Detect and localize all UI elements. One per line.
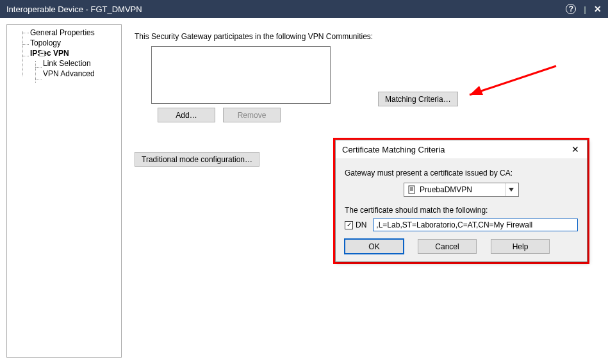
svg-marker-6 xyxy=(509,188,514,192)
help-icon[interactable]: ? xyxy=(566,4,576,14)
dn-checkbox[interactable]: ✓ DN xyxy=(345,220,366,229)
dialog-title: Certificate Matching Criteria xyxy=(342,145,445,154)
tree-item-label: Link Selection xyxy=(43,59,91,68)
tree-item-ipsec-vpn[interactable]: − IPSec VPN xyxy=(29,48,120,58)
remove-button: Remove xyxy=(223,108,281,122)
ca-select-value: PruebaDMVPN xyxy=(420,185,502,194)
cancel-button[interactable]: Cancel xyxy=(418,239,477,254)
document-icon xyxy=(408,185,416,194)
chevron-down-icon xyxy=(505,183,516,196)
divider: | xyxy=(584,4,586,14)
svg-rect-2 xyxy=(409,186,415,194)
tree-item-label: IPSec VPN xyxy=(30,49,69,58)
match-instruction-text: The certificate should match the followi… xyxy=(345,206,578,215)
tree-item-label: Topology xyxy=(30,38,61,47)
nav-tree: General Properties Topology − IPSec VPN … xyxy=(6,24,122,358)
ca-instruction-text: Gateway must present a certificate issue… xyxy=(345,169,578,178)
tree-expand-icon[interactable]: − xyxy=(39,51,45,56)
help-button[interactable]: Help xyxy=(491,239,550,254)
svg-line-0 xyxy=(470,66,556,95)
tree-item-vpn-advanced[interactable]: VPN Advanced xyxy=(42,69,120,79)
checkbox-box: ✓ xyxy=(345,221,353,229)
dn-checkbox-label: DN xyxy=(356,220,366,229)
tree-item-link-selection[interactable]: Link Selection xyxy=(42,58,120,69)
tree-item-topology[interactable]: Topology xyxy=(29,38,120,48)
vpn-communities-listbox[interactable] xyxy=(151,46,331,104)
annotation-arrow xyxy=(454,63,569,108)
ca-select[interactable]: PruebaDMVPN xyxy=(404,183,519,197)
matching-criteria-button[interactable]: Matching Criteria… xyxy=(378,92,458,106)
tree-item-general-properties[interactable]: General Properties xyxy=(29,28,120,38)
dialog-close-icon[interactable]: ✕ xyxy=(569,144,582,154)
close-icon[interactable]: ✕ xyxy=(594,4,602,14)
cert-matching-dialog: Certificate Matching Criteria ✕ Gateway … xyxy=(335,140,587,262)
titlebar: Interoperable Device - FGT_DMVPN ? | ✕ xyxy=(0,0,608,18)
svg-marker-1 xyxy=(470,86,483,95)
tree-item-label: General Properties xyxy=(30,28,95,37)
window-title: Interoperable Device - FGT_DMVPN xyxy=(6,4,142,14)
add-button[interactable]: Add… xyxy=(158,108,215,122)
communities-heading: This Security Gateway participates in th… xyxy=(135,32,595,41)
traditional-mode-button[interactable]: Traditional mode configuration… xyxy=(135,152,259,167)
dn-input[interactable] xyxy=(373,219,578,231)
tree-item-label: VPN Advanced xyxy=(43,69,95,78)
ok-button[interactable]: OK xyxy=(345,239,404,254)
